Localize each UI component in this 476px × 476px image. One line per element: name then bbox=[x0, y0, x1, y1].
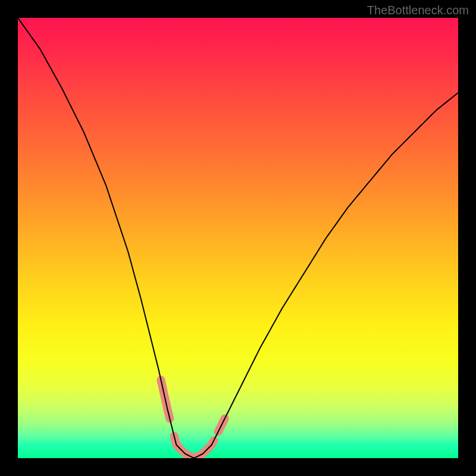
chart-plot-area bbox=[18, 18, 458, 458]
bottleneck-curve bbox=[18, 18, 458, 458]
chart-svg bbox=[18, 18, 458, 458]
highlight-segment-2 bbox=[174, 436, 214, 458]
watermark-text: TheBottleneck.com bbox=[367, 4, 469, 17]
